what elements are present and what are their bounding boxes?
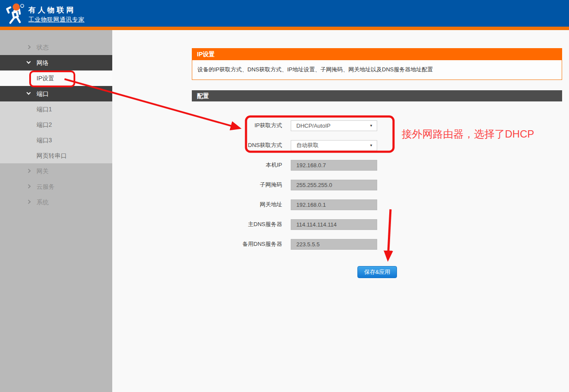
field-label: 本机IP — [192, 161, 282, 169]
accent-stripe — [0, 27, 569, 30]
sidebar-item-label: 云服务 — [0, 179, 112, 194]
field-label: 子网掩码 — [192, 181, 282, 189]
sidebar-item-label: 端口 — [0, 86, 112, 101]
select-caret-icon: ▼ — [369, 124, 373, 128]
sidebar-item-status[interactable]: 状态 — [0, 40, 112, 55]
sidebar-item-label: 状态 — [0, 40, 112, 55]
ip-config-form: IP获取方式 DHCP/AutoIP ▼ DNS获取方式 自动获取 ▼ 本机IP… — [192, 116, 467, 254]
field-label: IP获取方式 — [192, 122, 282, 129]
sidebar-item-ip-settings[interactable]: IP设置 — [0, 70, 112, 86]
sidebar-item-system[interactable]: 系统 — [0, 194, 112, 210]
sidebar-nav: 状态 网络 IP设置 端口 端口1 端口2 端口3 网页转串口 网关 云服务 系… — [0, 30, 112, 392]
ip-method-select[interactable]: DHCP/AutoIP ▼ — [291, 120, 377, 131]
field-label: 网关地址 — [192, 201, 282, 208]
field-label: 主DNS服务器 — [192, 220, 282, 228]
brand-title: 有人物联网 — [28, 5, 76, 15]
form-row-ip-method: IP获取方式 DHCP/AutoIP ▼ — [192, 116, 467, 135]
panel-title: IP设置 — [192, 48, 562, 60]
primary-dns-input — [291, 219, 377, 230]
select-value: 自动获取 — [296, 141, 319, 149]
sidebar-item-network[interactable]: 网络 — [0, 55, 112, 70]
form-row-subnet-mask: 子网掩码 — [192, 175, 467, 195]
sidebar-item-ports[interactable]: 端口 — [0, 86, 112, 101]
gateway-input — [291, 199, 377, 210]
sidebar-item-port2[interactable]: 端口2 — [0, 117, 112, 132]
local-ip-input — [291, 160, 377, 171]
sidebar-item-port1[interactable]: 端口1 — [0, 101, 112, 117]
sidebar-item-web-to-serial[interactable]: 网页转串口 — [0, 148, 112, 163]
config-section-header: 配置 — [192, 90, 562, 101]
ip-settings-panel: IP设置 设备的IP获取方式、DNS获取方式、IP地址设置、子网掩码、网关地址以… — [192, 48, 562, 80]
select-value: DHCP/AutoIP — [296, 122, 330, 129]
form-row-local-ip: 本机IP — [192, 155, 467, 175]
usr-iot-logo-icon — [5, 3, 25, 24]
dns-method-select[interactable]: 自动获取 ▼ — [291, 140, 377, 151]
save-apply-button[interactable]: 保存&应用 — [357, 266, 397, 278]
sidebar-item-label: 网页转串口 — [0, 148, 112, 163]
sidebar-item-label: 端口3 — [0, 132, 112, 148]
sidebar-item-label: 端口2 — [0, 117, 112, 132]
backup-dns-input — [291, 239, 377, 250]
form-row-dns-method: DNS获取方式 自动获取 ▼ — [192, 135, 467, 155]
sidebar-item-label: 网关 — [0, 163, 112, 179]
sidebar-item-port3[interactable]: 端口3 — [0, 132, 112, 148]
sidebar-item-label: 网络 — [0, 55, 112, 70]
form-row-gateway: 网关地址 — [192, 195, 467, 214]
sidebar-item-label: 系统 — [0, 194, 112, 210]
sidebar-item-label: 端口1 — [0, 101, 112, 117]
sidebar-item-label: IP设置 — [0, 70, 112, 86]
form-row-primary-dns: 主DNS服务器 — [192, 214, 467, 234]
top-header-bar: 有人物联网 工业物联网通讯专家 — [0, 0, 569, 27]
panel-description: 设备的IP获取方式、DNS获取方式、IP地址设置、子网掩码、网关地址以及DNS服… — [192, 60, 562, 80]
sidebar-item-cloud-service[interactable]: 云服务 — [0, 179, 112, 194]
form-row-backup-dns: 备用DNS服务器 — [192, 234, 467, 254]
sidebar-item-gateway[interactable]: 网关 — [0, 163, 112, 179]
field-label: 备用DNS服务器 — [192, 240, 282, 248]
subnet-mask-input — [291, 180, 377, 190]
field-label: DNS获取方式 — [192, 141, 282, 149]
brand-subtitle: 工业物联网通讯专家 — [28, 16, 85, 24]
select-caret-icon: ▼ — [369, 144, 373, 147]
